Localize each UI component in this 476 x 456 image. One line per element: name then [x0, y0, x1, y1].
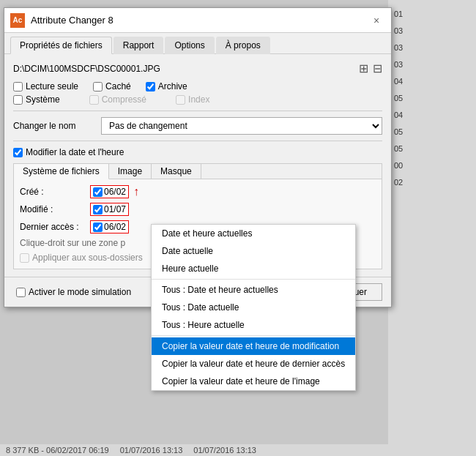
lecture-seule-input[interactable] [13, 82, 23, 91]
context-menu-item-2[interactable]: Heure actuelle [152, 260, 355, 277]
bg-item: 04 [391, 107, 473, 124]
checkbox-compresse: Compressé [89, 94, 146, 105]
context-menu-item-10[interactable]: Copier la valeur date et heure de l'imag… [152, 373, 355, 390]
bg-item: 05 [391, 124, 473, 141]
app-icon: Ac [10, 13, 25, 28]
context-menu-item-4[interactable]: Tous : Date et heure actuelles [152, 281, 355, 299]
context-menu-item-5[interactable]: Tous : Date actuelle [152, 299, 355, 316]
close-button[interactable]: × [368, 12, 385, 29]
context-menu-sep-1 [152, 279, 355, 280]
tab-bar: Propriétés de fichiers Rapport Options À… [4, 33, 391, 54]
cache-input[interactable] [93, 82, 103, 91]
tab-proprietes[interactable]: Propriétés de fichiers [10, 37, 112, 54]
date-row-cree: Créé : 06/02 ↑ [20, 185, 376, 198]
checkbox-cache[interactable]: Caché [93, 81, 131, 91]
systeme-input[interactable] [13, 95, 23, 105]
status-item-1: 01/07/2016 13:13 [120, 446, 183, 455]
bg-item: 05 [391, 141, 473, 157]
date-modifie-value: 01/07 [104, 204, 126, 214]
tab-rapport[interactable]: Rapport [114, 37, 164, 54]
context-menu-item-0[interactable]: Date et heure actuelles [152, 225, 355, 242]
divider-1 [13, 111, 382, 111]
checkboxes-row-2: Système Compressé Index [13, 94, 382, 105]
archive-label: Archive [158, 81, 187, 91]
modify-date-row: Modifier la date et l'heure [13, 147, 382, 157]
date-cree-input[interactable]: 06/02 [90, 185, 129, 198]
bg-item: 05 [391, 90, 473, 107]
archive-input[interactable] [146, 82, 155, 91]
context-menu-sep-2 [152, 335, 355, 336]
checkbox-systeme[interactable]: Système [13, 94, 60, 105]
change-name-label: Changer le nom [13, 121, 94, 131]
bg-item: 01 [391, 6, 473, 23]
simulation-checkbox[interactable] [16, 288, 26, 297]
bg-item: 04 [391, 73, 473, 90]
bg-item: 02 [391, 174, 473, 191]
window-title: Attribute Changer 8 [31, 15, 368, 26]
checkboxes-row-1: Lecture seule Caché Archive [13, 81, 382, 91]
main-window: Ac Attribute Changer 8 × Propriétés de f… [4, 7, 392, 307]
inner-tab-filesystem[interactable]: Système de fichiers [14, 164, 109, 179]
inner-tab-image[interactable]: Image [109, 164, 152, 179]
title-bar: Ac Attribute Changer 8 × [4, 8, 391, 33]
change-name-select[interactable]: Pas de changement Majuscules Minuscules [101, 117, 382, 135]
date-modifie-input[interactable]: 01/07 [90, 203, 129, 216]
bg-item: 03 [391, 56, 473, 73]
context-menu: Date et heure actuelles Date actuelle He… [151, 224, 356, 391]
date-acces-value: 06/02 [104, 222, 126, 232]
lecture-seule-label: Lecture seule [26, 81, 78, 91]
date-cree-label: Créé : [20, 187, 86, 197]
context-menu-item-9[interactable]: Copier la valeur date et heure de dernie… [152, 355, 355, 373]
file-path-row: D:\DCIM\100MSDCF\DSC00001.JPG ⊞ ⊟ [13, 61, 382, 75]
change-name-row: Changer le nom Pas de changement Majuscu… [13, 117, 382, 135]
context-menu-item-8[interactable]: Copier la valeur date et heure de modifi… [152, 337, 355, 355]
grid-icon[interactable]: ⊞ [359, 61, 368, 75]
index-input [176, 95, 185, 105]
simulation-label: Activer le mode simulation [29, 287, 131, 297]
file-path: D:\DCIM\100MSDCF\DSC00001.JPG [13, 64, 354, 74]
modify-date-label: Modifier la date et l'heure [26, 147, 124, 157]
tab-options[interactable]: Options [165, 37, 214, 54]
divider-2 [13, 141, 382, 141]
date-row-modifie: Modifié : 01/07 [20, 203, 376, 216]
date-acces-input[interactable]: 06/02 [90, 220, 129, 233]
date-modifie-checkbox[interactable] [93, 205, 103, 214]
context-menu-item-6[interactable]: Tous : Heure actuelle [152, 316, 355, 334]
compresse-label: Compressé [102, 94, 146, 105]
status-bar: 8 377 KB - 06/02/2017 06:19 01/07/2016 1… [0, 444, 388, 456]
apply-subfolder-label: Appliquer aux sous-dossiers [32, 253, 143, 263]
checkbox-index: Index [176, 94, 209, 105]
arrow-icon: ↑ [133, 185, 139, 198]
apply-subfolder-checkbox [20, 253, 29, 263]
status-item-0: 8 377 KB - 06/02/2017 06:19 [6, 446, 109, 455]
status-item-2: 01/07/2016 13:13 [193, 446, 256, 455]
checkbox-archive[interactable]: Archive [146, 81, 187, 91]
date-modifie-label: Modifié : [20, 204, 86, 214]
modify-date-checkbox[interactable] [13, 148, 23, 157]
context-menu-item-1[interactable]: Date actuelle [152, 242, 355, 260]
checkbox-lecture-seule[interactable]: Lecture seule [13, 81, 78, 91]
systeme-label: Système [26, 94, 60, 105]
compresse-input [89, 95, 99, 105]
folder-icon[interactable]: ⊟ [373, 61, 382, 75]
date-acces-label: Dernier accès : [20, 222, 86, 232]
date-cree-checkbox[interactable] [93, 187, 103, 197]
tab-apropos[interactable]: À propos [216, 37, 270, 54]
bg-item: 00 [391, 157, 473, 174]
bg-item: 03 [391, 40, 473, 56]
inner-tab-masque[interactable]: Masque [152, 164, 201, 179]
date-acces-checkbox[interactable] [93, 223, 103, 232]
background-list: 01 03 03 03 04 05 04 05 05 00 02 [388, 0, 476, 456]
inner-tab-bar: Système de fichiers Image Masque [14, 164, 382, 179]
index-label: Index [188, 94, 209, 105]
date-cree-value: 06/02 [104, 187, 126, 197]
cache-label: Caché [105, 81, 131, 91]
bg-item: 03 [391, 23, 473, 40]
